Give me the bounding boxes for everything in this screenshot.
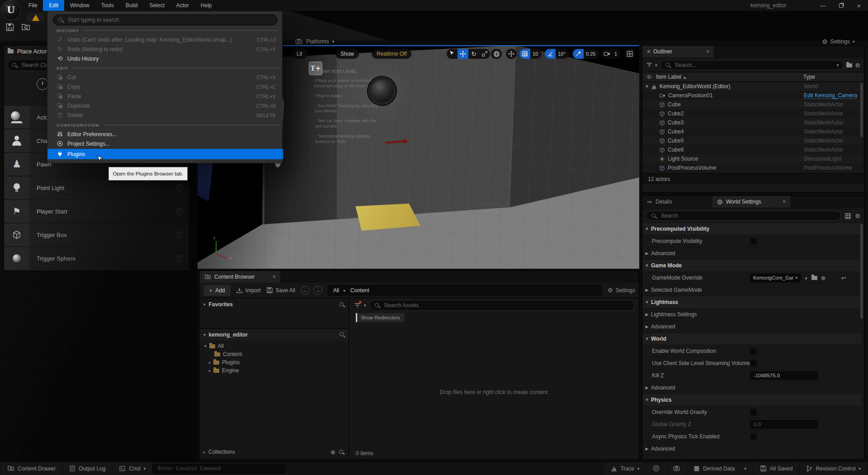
menu-item-undo[interactable]: ↺ Undo (Can't undo after: Loading map: K… bbox=[51, 35, 279, 44]
move-tool-button[interactable] bbox=[458, 49, 468, 59]
console-input[interactable] bbox=[157, 465, 281, 472]
menu-item-undo-history[interactable]: ⟲ Undo History bbox=[51, 54, 279, 63]
menu-tools[interactable]: Tools bbox=[95, 0, 120, 11]
outliner-scrollbar[interactable] bbox=[860, 83, 863, 137]
scale-snap-control[interactable]: 0.25 bbox=[573, 49, 599, 59]
save-level-button[interactable] bbox=[5, 23, 14, 32]
minimize-button[interactable]: — bbox=[814, 0, 832, 11]
filter-icon[interactable] bbox=[646, 62, 652, 68]
outliner-search[interactable]: ▾ bbox=[660, 60, 844, 70]
trace-button[interactable]: Trace▾ bbox=[604, 462, 646, 475]
close-button[interactable]: × bbox=[850, 0, 868, 11]
menu-item-paste[interactable]: PasteCTRL+V bbox=[51, 91, 279, 101]
asset-filter-icon[interactable] bbox=[354, 302, 361, 309]
outliner-row-cube6[interactable]: Cube6StaticMeshActor bbox=[643, 145, 862, 154]
menu-item-editor-preferences[interactable]: Editor Preferences... bbox=[51, 129, 279, 139]
restore-button[interactable] bbox=[832, 0, 850, 11]
search-icon[interactable] bbox=[339, 449, 344, 455]
outliner-row-cube3[interactable]: Cube3StaticMeshActor bbox=[643, 118, 862, 127]
scale-tool-button[interactable] bbox=[479, 49, 490, 59]
add-button[interactable]: +Add bbox=[203, 285, 231, 296]
menu-item-copy[interactable]: CopyCTRL+C bbox=[51, 82, 279, 91]
outliner-row-postprocess[interactable]: PostProcessVolumePostProcessVolume bbox=[643, 163, 862, 172]
precompute-visibility-checkbox[interactable] bbox=[750, 238, 757, 245]
scene-sphere[interactable] bbox=[368, 77, 396, 105]
console-input-wrap[interactable] bbox=[153, 464, 285, 473]
menu-file[interactable]: File bbox=[23, 0, 43, 11]
surface-snapping-button[interactable] bbox=[506, 49, 517, 59]
content-drawer-button[interactable]: Content Drawer bbox=[1, 462, 62, 475]
breadcrumb[interactable]: All ▸ Content bbox=[328, 285, 602, 296]
close-icon[interactable]: × bbox=[783, 199, 786, 205]
outliner-row-cube4[interactable]: Cube4StaticMeshActor bbox=[643, 127, 862, 136]
project-header[interactable]: ▾kemorig_editor bbox=[200, 328, 349, 340]
forward-icon[interactable]: → bbox=[313, 286, 322, 295]
breadcrumb-all[interactable]: All bbox=[333, 287, 339, 294]
menu-edit[interactable]: Edit bbox=[43, 0, 64, 11]
scene-yellow-plane[interactable] bbox=[354, 204, 420, 231]
search-icon[interactable] bbox=[339, 332, 345, 337]
column-item-label[interactable]: Item Label ▲ bbox=[656, 74, 686, 80]
menu-search-input[interactable] bbox=[67, 16, 273, 24]
menu-search[interactable] bbox=[53, 14, 278, 25]
close-icon[interactable]: × bbox=[706, 48, 709, 55]
menu-item-cut[interactable]: CutCTRL+X bbox=[51, 72, 279, 82]
toolbar-settings-button[interactable]: ⚙ Settings▾ bbox=[822, 38, 854, 45]
section-physics[interactable]: ▼Physics bbox=[643, 394, 862, 406]
add-collection-icon[interactable]: ⊕ bbox=[330, 449, 335, 456]
visibility-column-icon[interactable] bbox=[646, 74, 652, 80]
tree-item-all[interactable]: ▾All bbox=[204, 342, 349, 350]
override-gravity-checkbox[interactable] bbox=[750, 409, 757, 416]
revision-control-button[interactable]: Revision Control▾ bbox=[800, 462, 867, 475]
content-browser-button[interactable] bbox=[21, 23, 31, 32]
rotation-snap-control[interactable]: 10° bbox=[545, 49, 569, 59]
tree-item-plugins[interactable]: ▸Plugins bbox=[209, 358, 349, 366]
menu-build[interactable]: Build bbox=[120, 0, 144, 11]
cb-settings-button[interactable]: ⚙ Settings bbox=[608, 287, 635, 294]
tree-item-engine[interactable]: ▸Engine bbox=[209, 366, 349, 375]
row-selected-gamemode[interactable]: ▶Selected GameMode bbox=[643, 284, 862, 296]
outliner-row-cube5[interactable]: Cube5StaticMeshActor bbox=[643, 136, 862, 145]
row-advanced-4[interactable]: ▶Advanced bbox=[643, 443, 862, 455]
collections-header[interactable]: ▸Collections ⊕ bbox=[200, 446, 348, 457]
kill-z-input[interactable]: -1048575.0 bbox=[750, 371, 818, 380]
content-browser-tab[interactable]: Content Browser × bbox=[200, 271, 280, 283]
section-world[interactable]: ▼World bbox=[643, 333, 862, 345]
view-mode-button[interactable]: Lit bbox=[292, 49, 307, 59]
row-advanced-3[interactable]: ▶Advanced bbox=[643, 382, 862, 394]
back-icon[interactable]: ← bbox=[301, 286, 310, 295]
search-icon[interactable] bbox=[339, 302, 345, 308]
grid-snap-control[interactable]: 10 bbox=[519, 49, 542, 59]
outliner-search-input[interactable] bbox=[674, 62, 834, 69]
client-side-streaming-checkbox[interactable] bbox=[750, 360, 757, 367]
breadcrumb-content[interactable]: Content bbox=[350, 287, 369, 294]
world-coordinate-button[interactable] bbox=[491, 49, 502, 59]
world-settings-search-input[interactable] bbox=[660, 212, 836, 219]
asset-search-input[interactable] bbox=[383, 302, 630, 309]
warning-tab[interactable] bbox=[27, 13, 44, 23]
menu-actor[interactable]: Actor bbox=[170, 0, 195, 11]
cmd-button[interactable]: Cmd▾ bbox=[113, 462, 152, 475]
world-settings-tab[interactable]: World Settings × bbox=[712, 196, 790, 208]
close-icon[interactable]: × bbox=[273, 274, 276, 280]
show-redirectors-filter[interactable]: Show Redirectors bbox=[356, 313, 405, 322]
trace-pause-button[interactable] bbox=[646, 462, 666, 475]
details-tab[interactable]: ≔Details bbox=[642, 196, 712, 208]
section-precomputed-visibility[interactable]: ▼Precomputed Visibility bbox=[643, 223, 862, 235]
place-actor-item-trigger-sphere[interactable]: Trigger Sphere? bbox=[4, 247, 189, 270]
global-gravity-z-input[interactable]: 0.0 bbox=[750, 420, 818, 428]
menu-item-plugins[interactable]: Plugins bbox=[47, 149, 283, 159]
world-settings-search[interactable] bbox=[646, 211, 841, 221]
row-lightmass-settings[interactable]: ▶Lightmass Settings bbox=[643, 309, 862, 321]
derived-data-button[interactable]: Derived Data▾ bbox=[687, 462, 753, 475]
section-lightmass[interactable]: ▼Lightmass bbox=[643, 296, 862, 309]
add-new-icon[interactable]: ⊕ bbox=[821, 275, 826, 281]
filter-chevron-icon[interactable]: ▾ bbox=[655, 63, 657, 67]
text-render-actor-badge[interactable]: T+ bbox=[309, 62, 322, 75]
row-advanced-1[interactable]: ▶Advanced bbox=[643, 247, 862, 260]
details-scrollbar[interactable] bbox=[860, 224, 863, 319]
rotate-tool-button[interactable]: ↻ bbox=[468, 49, 479, 59]
filter-chevron-icon[interactable]: ▾ bbox=[364, 303, 366, 308]
unreal-logo[interactable]: U bbox=[1, 0, 21, 20]
row-advanced-2[interactable]: ▶Advanced bbox=[643, 321, 862, 333]
